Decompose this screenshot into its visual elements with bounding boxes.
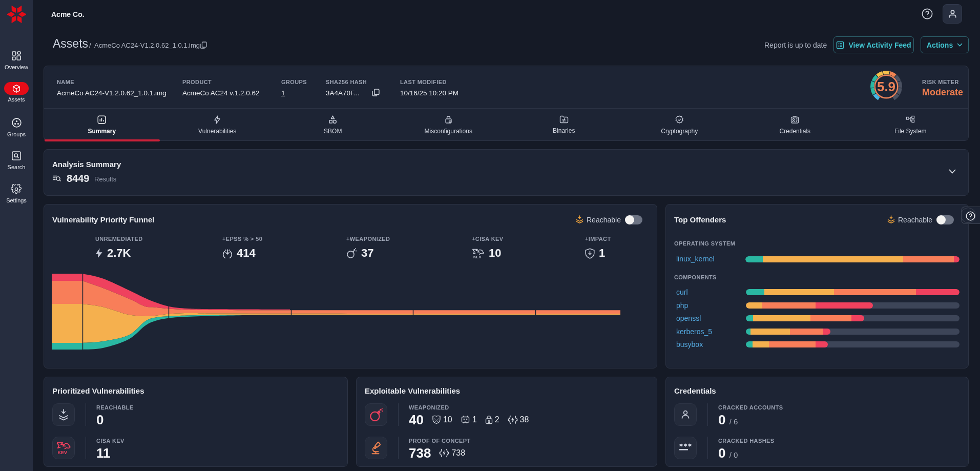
svg-text:5.9: 5.9: [877, 79, 895, 94]
svg-text:KEV: KEV: [58, 450, 68, 455]
svg-text:$: $: [488, 419, 490, 424]
